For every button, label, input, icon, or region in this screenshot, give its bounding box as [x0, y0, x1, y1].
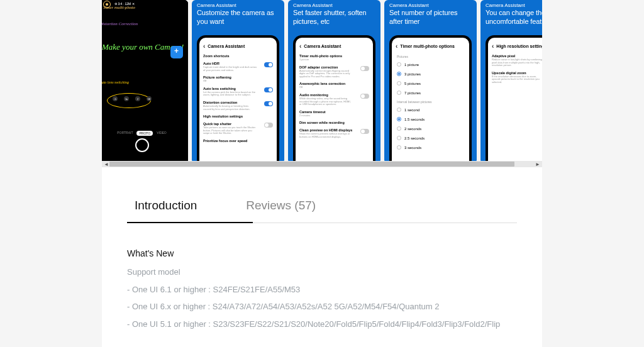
scroll-right-icon[interactable]: ► [535, 162, 541, 167]
toggle-switch[interactable] [264, 62, 273, 67]
radio-label: 3 seconds [404, 146, 421, 150]
screen-header: Timer multi-photo options [396, 41, 465, 52]
slide-shutter: Camera Assistant Set faster shutter, sof… [288, 0, 380, 163]
toggle-switch[interactable] [264, 87, 273, 92]
setting-row: Auto HDRCapture more detail in the brigh… [203, 60, 273, 74]
setting-desc: Automatically correct images flipping ca… [299, 70, 353, 79]
setting-row: Zoom shortcuts [203, 52, 273, 60]
setting-label: Auto lens switching [203, 87, 257, 91]
screen-header: High resolution settings [492, 41, 542, 52]
toggle-switch[interactable] [360, 66, 369, 71]
gallery-viewport[interactable]: ⚙ 3:4 · 12M ✕ Timer multi-photo Distorti… [102, 0, 542, 163]
setting-desc: Automatically fix bowing or bending line… [203, 105, 257, 111]
tab-introduction[interactable]: Introduction [127, 192, 204, 223]
radio-row[interactable]: 1.5 seconds [396, 114, 465, 124]
tab-reviews[interactable]: Reviews (57) [238, 192, 323, 223]
slides-track: ⚙ 3:4 · 12M ✕ Timer multi-photo Distorti… [102, 0, 542, 163]
setting-row: Picture softeningOff [203, 74, 273, 85]
radio-label: 1 picture [404, 63, 419, 67]
setting-row: Timer multi-photo options1 picture [299, 52, 369, 63]
slide-hires: Camera Assistant You can change the unco… [480, 0, 542, 163]
setting-row: Quick tap shutterTake pictures as soon a… [203, 120, 273, 137]
setting-label: DOF adapter correction [299, 65, 353, 69]
radio-icon [397, 107, 401, 112]
slide-title: Set faster shutter, soften pictures, etc [288, 8, 380, 29]
radio-label: 7 pictures [404, 91, 421, 95]
setting-row: Upscale digital zoomIf the resolution de… [492, 69, 542, 86]
radio-label: 2 seconds [404, 127, 421, 131]
toggle-switch[interactable] [264, 123, 273, 128]
toggle-switch[interactable] [360, 94, 369, 99]
mode-photo: PHOTO [136, 131, 153, 136]
shutter-button-icon [135, 138, 149, 152]
setting-desc: Take pictures as soon as you touch the S… [203, 126, 257, 135]
setting-label: Zoom shortcuts [203, 54, 230, 58]
wn-line: - One UI 5.1 or higher : S23/S23FE/S22/S… [127, 318, 517, 331]
setting-label: Anamorphic lens correction [299, 82, 345, 85]
radio-row[interactable]: 3 seconds [396, 143, 465, 152]
lens-circle-annotation: .51x210 [107, 93, 151, 108]
radio-row[interactable]: 7 pictures [396, 88, 465, 97]
whats-new-heading: What's New [127, 248, 517, 258]
whats-new-section: What's New Support model - One UI 6.1 or… [127, 223, 517, 330]
settings-screen: Camera Assistant Timer multi-photo optio… [296, 38, 373, 163]
settings-screen: Timer multi-photo options Pictures 1 pic… [392, 38, 469, 163]
setting-label: Upscale digital zoom [492, 71, 542, 75]
add-badge-icon [170, 46, 183, 58]
radio-label: 2.5 seconds [404, 136, 425, 140]
toggle-switch[interactable] [264, 101, 273, 106]
radio-icon [397, 72, 401, 76]
setting-desc: Capture more detail in the bright and da… [203, 66, 257, 72]
setting-row: High resolution settings [203, 113, 273, 120]
setting-row: Audio monitoringWhile shooting video, on… [299, 91, 369, 108]
radio-row[interactable]: 3 pictures [396, 69, 465, 79]
gallery-scrollbar[interactable]: ◄ ► [102, 161, 542, 167]
scroll-thumb[interactable] [109, 162, 514, 167]
setting-row: Adaptive pixelReduce noise in low-light … [492, 52, 542, 69]
slide-app-label: Camera Assistant [192, 0, 284, 8]
detail-tabs: Introduction Reviews (57) [127, 167, 517, 223]
wn-line: Support model [127, 266, 517, 278]
radio-icon [397, 62, 401, 67]
camera-bottom-ui: PORTRAIT PHOTO VIDEO [102, 131, 186, 161]
radio-row[interactable]: 5 pictures [396, 79, 465, 88]
toggle-switch[interactable] [360, 129, 369, 134]
content-area: ⚙ 3:4 · 12M ✕ Timer multi-photo Distorti… [102, 0, 542, 347]
screen-header: Camera Assistant [203, 41, 273, 52]
tab-underline [127, 223, 517, 223]
setting-desc: If the resolution decreases due to zoom,… [492, 75, 542, 84]
phone-frame: High resolution settings Adaptive pixelR… [486, 35, 542, 163]
phone-frame: Camera Assistant Zoom shortcutsAuto HDRC… [197, 35, 279, 163]
radio-label: 5 pictures [404, 82, 421, 85]
handwriting-timer: Timer multi-photo [103, 5, 135, 10]
radio-row[interactable]: 1 second [396, 105, 465, 114]
settings-screen: Camera Assistant Zoom shortcutsAuto HDRC… [199, 38, 277, 163]
setting-desc: Off [299, 86, 345, 89]
setting-label: Picture softening [203, 75, 231, 79]
page-root: ⚙ 3:4 · 12M ✕ Timer multi-photo Distorti… [0, 0, 644, 347]
setting-label: Camera timeout [299, 110, 326, 114]
phone-frame: Timer multi-photo options Pictures 1 pic… [389, 35, 472, 163]
radio-icon [397, 136, 401, 140]
setting-desc: Reduce noise in low-light shots by combi… [492, 58, 542, 67]
setting-row: Anamorphic lens correctionOff [299, 80, 369, 91]
slide-timer: Camera Assistant Set number of pictures … [384, 0, 477, 163]
slide-app-label: Camera Assistant [288, 0, 380, 8]
setting-desc: Show the camera preview without overlays… [299, 133, 353, 138]
scroll-left-icon[interactable]: ◄ [103, 162, 109, 167]
radio-row[interactable]: 2.5 seconds [396, 133, 465, 143]
radio-icon [397, 91, 401, 95]
radio-row[interactable]: 1 picture [396, 60, 465, 69]
slide-customize: Camera Assistant Customize the camera as… [192, 0, 284, 163]
radio-row[interactable]: 2 seconds [396, 124, 465, 133]
screenshot-gallery: ⚙ 3:4 · 12M ✕ Timer multi-photo Distorti… [102, 0, 542, 167]
setting-desc: 1 picture [299, 58, 342, 62]
screen-header: Camera Assistant [299, 41, 369, 52]
radio-icon [397, 126, 401, 131]
setting-desc: 2 minutes [299, 114, 326, 118]
slide-title: Customize the camera as you want [192, 8, 284, 29]
camera-modes: PORTRAIT PHOTO VIDEO [102, 131, 186, 136]
radio-icon [397, 81, 401, 85]
handwriting-autolens: Auto lens switching [102, 80, 129, 84]
slide-title: Set number of pictures after timer [384, 8, 477, 29]
